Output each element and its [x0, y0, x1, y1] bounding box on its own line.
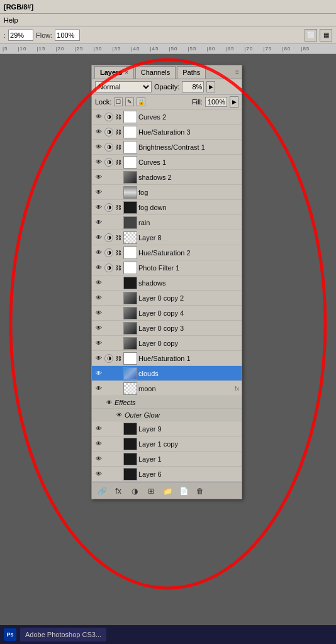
layer-item-clouds[interactable]: 👁 clouds — [92, 366, 242, 381]
new-adjustment-button[interactable]: ⊞ — [145, 485, 157, 497]
fx-badge: fx — [235, 386, 239, 392]
add-fx-button[interactable]: fx — [112, 485, 125, 497]
layer-name: Curves 1 — [138, 158, 239, 166]
visibility-icon[interactable]: 👁 — [94, 339, 103, 348]
layer-item[interactable]: 👁 ◑ ⛓ Layer 8 — [92, 230, 242, 245]
layer-item[interactable]: 👁 shadows 2 — [92, 170, 242, 185]
layer-effects-group[interactable]: 👁 Effects — [92, 396, 242, 409]
fill-arrow[interactable]: ▶ — [230, 96, 238, 108]
visibility-icon[interactable]: 👁 — [94, 369, 103, 378]
visibility-icon[interactable]: 👁 — [94, 248, 103, 257]
link-layers-button[interactable]: 🔗 — [96, 485, 108, 497]
visibility-icon[interactable]: 👁 — [94, 470, 103, 479]
lock-pixel-icon[interactable]: ☐ — [114, 97, 123, 106]
panel-menu-button[interactable]: ≡ — [235, 69, 239, 75]
chain-icon: ⛓ — [115, 264, 122, 272]
flow-input[interactable] — [55, 30, 80, 41]
opacity-input[interactable] — [182, 81, 204, 92]
layer-item-moon[interactable]: 👁 moon fx — [92, 381, 242, 396]
layer-item[interactable]: 👁 rain — [92, 215, 242, 230]
opacity-label: Opacity: — [154, 83, 179, 91]
tab-layers[interactable]: Layers × — [94, 66, 134, 79]
layer-name: Layer 0 copy 3 — [138, 325, 239, 332]
size-label: : — [4, 31, 6, 39]
chain-icon: ⛓ — [115, 158, 122, 167]
adjustment-icon: ◑ — [104, 248, 113, 257]
size-input[interactable] — [8, 30, 33, 41]
layer-item[interactable]: 👁 Layer 6 — [92, 467, 242, 482]
visibility-icon[interactable]: 👁 — [94, 233, 103, 242]
visibility-icon[interactable]: 👁 — [94, 113, 103, 121]
layer-name: fog down — [138, 204, 239, 211]
fill-label: Fill: — [192, 98, 203, 106]
layer-item[interactable]: 👁 ◑ ⛓ fog down — [92, 200, 242, 215]
visibility-icon[interactable]: 👁 — [104, 398, 113, 407]
visibility-icon[interactable]: 👁 — [94, 173, 103, 182]
visibility-icon[interactable]: 👁 — [94, 158, 103, 167]
visibility-icon[interactable]: 👁 — [94, 425, 103, 433]
layer-item[interactable]: 👁 Layer 0 copy — [92, 336, 242, 351]
visibility-icon[interactable]: 👁 — [94, 218, 103, 227]
layer-thumbnail — [123, 247, 137, 259]
taskbar-photoshop-item[interactable]: Adobe Photoshop CS3... — [20, 628, 106, 641]
adjustment-icon: ◑ — [104, 264, 113, 272]
toolbar-icon-1[interactable]: ⬜ — [305, 29, 317, 42]
layer-name: Outer Glow — [125, 411, 239, 419]
visibility-icon[interactable]: 👁 — [94, 294, 103, 303]
tab-paths[interactable]: Paths — [177, 66, 206, 79]
visibility-icon[interactable]: 👁 — [94, 309, 103, 318]
visibility-icon[interactable]: 👁 — [94, 354, 103, 363]
help-menu[interactable]: Help — [4, 16, 18, 24]
layer-item[interactable]: 👁 ◑ ⛓ Curves 1 — [92, 155, 242, 170]
visibility-icon[interactable]: 👁 — [94, 384, 103, 393]
visibility-icon[interactable]: 👁 — [115, 411, 123, 419]
visibility-icon[interactable]: 👁 — [94, 455, 103, 464]
visibility-icon[interactable]: 👁 — [94, 440, 103, 448]
layer-item[interactable]: 👁 ◑ ⛓ Curves 2 — [92, 109, 242, 125]
layer-item[interactable]: 👁 ◑ ⛓ Hue/Saturation 2 — [92, 245, 242, 260]
layer-item[interactable]: 👁 ◑ ⛓ Hue/Saturation 1 — [92, 351, 242, 366]
layers-panel: Layers × Channels Paths ≡ Normal Opacity… — [91, 65, 242, 499]
layer-item[interactable]: 👁 Layer 0 copy 4 — [92, 306, 242, 321]
delete-layer-button[interactable]: 🗑 — [194, 485, 206, 497]
layer-item[interactable]: 👁 Layer 0 copy 3 — [92, 321, 242, 336]
layer-thumbnail — [123, 468, 137, 480]
toolbar-icon-2[interactable]: ▦ — [320, 29, 332, 42]
lock-all-icon[interactable]: 🔒 — [137, 97, 145, 106]
layer-item[interactable]: 👁 Layer 9 — [92, 421, 242, 436]
visibility-icon[interactable]: 👁 — [94, 203, 103, 212]
new-layer-button[interactable]: 📄 — [177, 485, 190, 497]
visibility-icon[interactable]: 👁 — [94, 264, 103, 272]
visibility-icon[interactable]: 👁 — [94, 188, 103, 197]
layer-name: Layer 6 — [138, 470, 239, 478]
visibility-icon[interactable]: 👁 — [94, 279, 103, 287]
layer-outer-glow[interactable]: 👁 Outer Glow — [92, 409, 242, 421]
blend-mode-select[interactable]: Normal — [95, 81, 152, 92]
layer-item[interactable]: 👁 fog — [92, 185, 242, 200]
visibility-icon[interactable]: 👁 — [94, 324, 103, 333]
layer-item[interactable]: 👁 ◑ ⛓ Photo Filter 1 — [92, 260, 242, 275]
new-group-button[interactable]: 📁 — [161, 485, 174, 497]
layer-item[interactable]: 👁 shadows — [92, 275, 242, 291]
layer-name: Layer 1 copy — [138, 440, 239, 448]
fill-input[interactable] — [205, 97, 227, 107]
flow-label: Flow: — [36, 31, 52, 39]
layer-item[interactable]: 👁 ◑ ⛓ Hue/Saturation 3 — [92, 125, 242, 140]
visibility-icon[interactable]: 👁 — [94, 128, 103, 136]
layer-name: Layer 0 copy — [138, 340, 239, 347]
lock-move-icon[interactable]: ✎ — [125, 97, 134, 106]
layer-name: Hue/Saturation 1 — [138, 355, 239, 362]
layer-item[interactable]: 👁 Layer 0 copy 2 — [92, 291, 242, 306]
opacity-arrow[interactable]: ▶ — [206, 81, 215, 92]
layer-item[interactable]: 👁 Layer 1 copy — [92, 436, 242, 452]
layer-item[interactable]: 👁 ◑ ⛓ Brightness/Contrast 1 — [92, 140, 242, 155]
layer-item[interactable]: 👁 Layer 1 — [92, 452, 242, 467]
visibility-icon[interactable]: 👁 — [94, 143, 103, 152]
tab-layers-close[interactable]: × — [125, 69, 128, 75]
layer-name: Hue/Saturation 3 — [138, 128, 239, 136]
layer-name: Layer 9 — [138, 425, 239, 433]
new-fill-button[interactable]: ◑ — [128, 485, 141, 497]
tab-channels[interactable]: Channels — [135, 66, 176, 79]
layer-thumbnail — [123, 307, 137, 319]
adjustment-icon: ◑ — [104, 113, 113, 121]
